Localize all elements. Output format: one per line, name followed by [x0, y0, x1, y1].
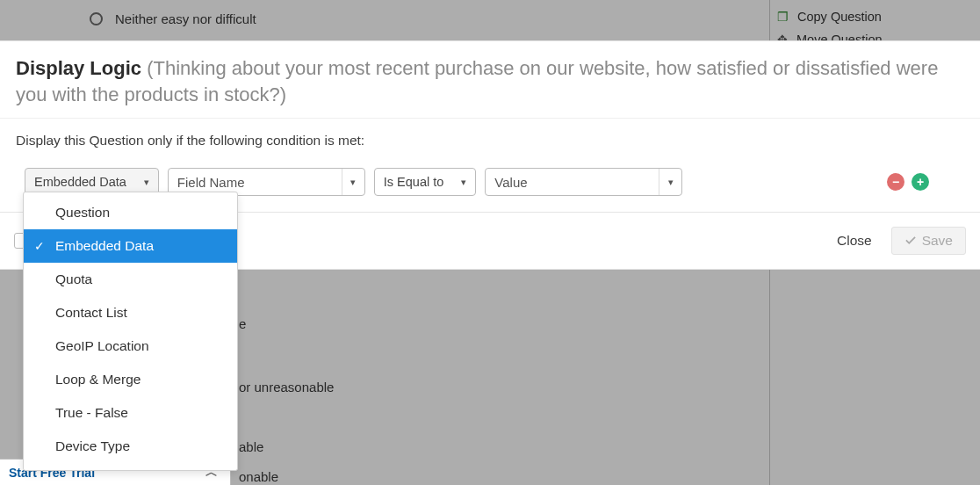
- condition-source-option[interactable]: True - False: [24, 396, 237, 430]
- condition-source-option-label: GeoIP Location: [55, 338, 149, 354]
- condition-intro-text: Display this Question only if the follow…: [16, 133, 964, 148]
- condition-source-option[interactable]: GeoIP Location: [24, 329, 237, 363]
- condition-source-option-label: Quota: [55, 271, 92, 287]
- check-icon: [904, 235, 917, 247]
- save-button[interactable]: Save: [891, 227, 966, 255]
- condition-source-option-label: Loop & Merge: [55, 372, 141, 387]
- condition-source-option[interactable]: Quota: [24, 263, 237, 296]
- chevron-down-icon: ▾: [342, 169, 364, 195]
- condition-source-option[interactable]: Loop & Merge: [24, 363, 237, 396]
- survey-answer-fragment: able: [239, 439, 263, 454]
- condition-source-option-label: Contact List: [55, 305, 127, 321]
- survey-answer-fragment: onable: [239, 469, 278, 484]
- chevron-down-icon: ▾: [452, 169, 475, 195]
- dropdown-placeholder: Field Name: [169, 175, 342, 190]
- condition-source-option-label: Embedded Data: [55, 238, 154, 254]
- add-condition-button[interactable]: +: [912, 173, 929, 191]
- condition-source-option-label: True - False: [55, 405, 128, 421]
- condition-operator-dropdown[interactable]: Is Equal to ▾: [374, 168, 477, 196]
- check-icon: ✓: [34, 239, 45, 253]
- sidebar-item-copy-question[interactable]: ❐ Copy Question: [777, 5, 973, 28]
- chevron-down-icon: ▾: [659, 169, 681, 195]
- condition-source-option[interactable]: Contact List: [24, 296, 237, 329]
- radio-empty-icon: [90, 12, 103, 25]
- save-button-label: Save: [922, 233, 953, 249]
- remove-condition-button[interactable]: −: [887, 173, 904, 191]
- sidebar-item-label: Copy Question: [797, 10, 882, 24]
- condition-source-option[interactable]: Device Type: [24, 430, 237, 463]
- survey-answer-fragment: e: [239, 316, 246, 331]
- condition-source-option[interactable]: Question: [24, 196, 237, 229]
- modal-title: Display Logic: [16, 57, 141, 79]
- dropdown-placeholder: Value: [486, 175, 659, 190]
- modal-header: Display Logic (Thinking about your most …: [0, 41, 980, 119]
- condition-source-option[interactable]: ✓Embedded Data: [24, 229, 237, 263]
- condition-value-dropdown[interactable]: Value ▾: [485, 168, 682, 196]
- condition-source-option-label: Device Type: [55, 438, 130, 454]
- dropdown-selected-label: Embedded Data: [25, 175, 135, 189]
- close-button[interactable]: Close: [828, 229, 881, 252]
- survey-answer-text: Neither easy nor difficult: [115, 11, 256, 26]
- modal-subtitle: (Thinking about your most recent purchas…: [16, 57, 938, 105]
- survey-answer-fragment: or unreasonable: [239, 380, 334, 395]
- condition-source-option-label: Question: [55, 205, 110, 221]
- dropdown-selected-label: Is Equal to: [375, 175, 453, 189]
- condition-source-menu: Question✓Embedded DataQuotaContact ListG…: [23, 192, 238, 471]
- copy-icon: ❐: [777, 10, 789, 24]
